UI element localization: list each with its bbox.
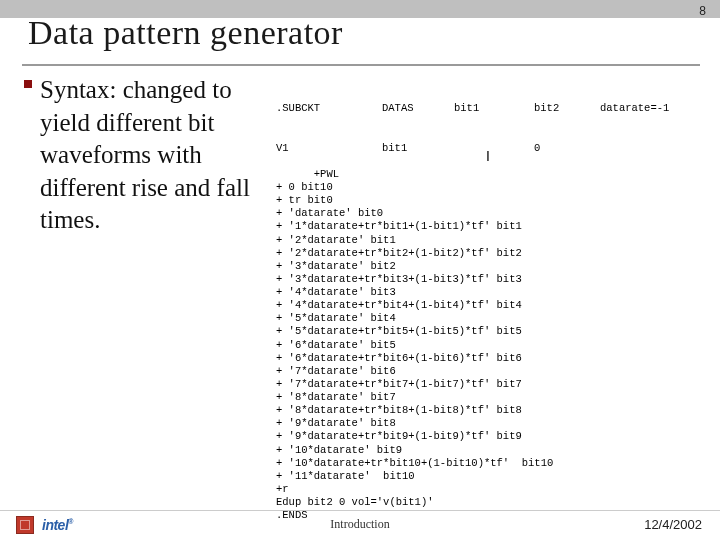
code-line: + 0 bit10 — [276, 181, 333, 193]
code-header-row-1: .SUBCKTDATASbit1bit2datarate=-1 — [276, 102, 700, 115]
code-line: + '9*datarate' bit8 — [276, 417, 396, 429]
code-line: + '6*datarate+tr*bit6+(1-bit6)*tf' bit6 — [276, 352, 522, 364]
code-line: + '4*datarate+tr*bit4+(1-bit4)*tf' bit4 — [276, 299, 522, 311]
code-line: + '3*datarate' bit2 — [276, 260, 396, 272]
code-line: + '6*datarate' bit5 — [276, 339, 396, 351]
code-line: + '3*datarate+tr*bit3+(1-bit3)*tf' bit3 — [276, 273, 522, 285]
slide-body: Syntax: changed to yield different bit w… — [36, 74, 700, 484]
code-line: + '10*datarate+tr*bit10+(1-bit10)*tf' bi… — [276, 457, 553, 469]
code-h1-c4: datarate=-1 — [600, 102, 669, 115]
code-h2-c1: bit1 — [382, 142, 454, 155]
code-h2-c3: 0 — [534, 142, 600, 155]
code-line: Edup bit2 0 vol='v(bit1)' — [276, 496, 434, 508]
slide-footer: intel® Introduction 12/4/2002 — [0, 510, 720, 540]
code-line: +r — [276, 483, 289, 495]
code-h2-c0: V1 — [276, 142, 382, 155]
code-line: + '8*datarate+tr*bit8+(1-bit8)*tf' bit8 — [276, 404, 522, 416]
code-h1-c2: bit1 — [454, 102, 534, 115]
bullet-column: Syntax: changed to yield different bit w… — [36, 74, 266, 484]
page-number: 8 — [699, 4, 706, 18]
code-block: .SUBCKTDATASbit1bit2datarate=-1 V1bit10 … — [276, 74, 700, 484]
code-line: + '5*datarate+tr*bit5+(1-bit5)*tf' bit5 — [276, 325, 522, 337]
title-underline — [22, 64, 700, 66]
code-header-row-2: V1bit10 — [276, 142, 700, 155]
code-line: + '5*datarate' bit4 — [276, 312, 396, 324]
code-line: + '9*datarate+tr*bit9+(1-bit9)*tf' bit9 — [276, 430, 522, 442]
footer-date: 12/4/2002 — [644, 517, 702, 532]
code-line: + '1*datarate+tr*bit1+(1-bit1)*tf' bit1 — [276, 220, 522, 232]
footer-center-text: Introduction — [0, 517, 720, 532]
code-line: + tr bit0 — [276, 194, 333, 206]
code-line: + '7*datarate' bit6 — [276, 365, 396, 377]
code-h1-c0: .SUBCKT — [276, 102, 382, 115]
code-line: + '10*datarate' bit9 — [276, 444, 402, 456]
code-h1-c3: bit2 — [534, 102, 600, 115]
code-line: + 'datarate' bit0 — [276, 207, 383, 219]
bullet-square-icon — [24, 80, 32, 88]
code-line: + '2*datarate+tr*bit2+(1-bit2)*tf' bit2 — [276, 247, 522, 259]
slide: 8 Data pattern generator Syntax: changed… — [0, 0, 720, 540]
bullet-text: Syntax: changed to yield different bit w… — [36, 74, 266, 237]
code-line: + '8*datarate' bit7 — [276, 391, 396, 403]
code-h1-c1: DATAS — [382, 102, 454, 115]
bullet-lead: Syntax: — [40, 76, 116, 103]
code-line: +PWL — [314, 168, 339, 180]
code-line: + '11*datarate' bit10 — [276, 470, 415, 482]
code-line: + '2*datarate' bit1 — [276, 234, 396, 246]
code-line: + '7*datarate+tr*bit7+(1-bit7)*tf' bit7 — [276, 378, 522, 390]
code-line: + '4*datarate' bit3 — [276, 286, 396, 298]
slide-title: Data pattern generator — [28, 14, 343, 52]
